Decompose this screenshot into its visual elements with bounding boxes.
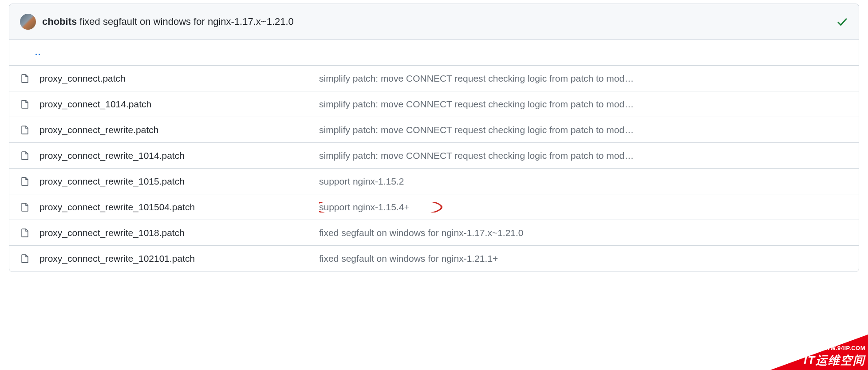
- file-commit-message[interactable]: simplify patch: move CONNECT request che…: [319, 125, 848, 135]
- commit-author[interactable]: chobits: [42, 16, 77, 27]
- file-commit-message[interactable]: simplify patch: move CONNECT request che…: [319, 99, 848, 110]
- file-row: proxy_connect_rewrite_101504.patchsuppor…: [9, 194, 859, 220]
- file-name-link[interactable]: proxy_connect_1014.patch: [39, 99, 310, 110]
- file-icon: [20, 177, 31, 186]
- file-name-link[interactable]: proxy_connect_rewrite_1015.patch: [39, 176, 310, 187]
- file-commit-message[interactable]: fixed segfault on windows for nginx-1.17…: [319, 228, 848, 238]
- file-name-link[interactable]: proxy_connect_rewrite_102101.patch: [39, 253, 310, 264]
- file-name-link[interactable]: proxy_connect_rewrite_1018.patch: [39, 228, 310, 238]
- highlight-ellipse: [319, 202, 442, 213]
- file-browser: chobits fixed segfault on windows for ng…: [9, 4, 859, 272]
- file-commit-message[interactable]: fixed segfault on windows for nginx-1.21…: [319, 253, 848, 264]
- file-icon: [20, 74, 31, 83]
- file-row: proxy_connect_1014.patchsimplify patch: …: [9, 91, 859, 117]
- file-row: proxy_connect_rewrite_102101.patchfixed …: [9, 246, 859, 272]
- file-commit-message[interactable]: simplify patch: move CONNECT request che…: [319, 150, 848, 161]
- file-icon: [20, 228, 31, 238]
- commit-header: chobits fixed segfault on windows for ng…: [9, 4, 859, 40]
- file-name-link[interactable]: proxy_connect.patch: [39, 73, 310, 84]
- file-icon: [20, 151, 31, 161]
- file-icon: [20, 254, 31, 264]
- check-icon[interactable]: [836, 16, 848, 28]
- file-row: proxy_connect_rewrite_1018.patchfixed se…: [9, 220, 859, 246]
- file-icon: [20, 202, 31, 212]
- parent-directory-row[interactable]: ..: [9, 40, 859, 66]
- file-row: proxy_connect_rewrite.patchsimplify patc…: [9, 117, 859, 143]
- commit-message[interactable]: fixed segfault on windows for nginx-1.17…: [79, 16, 293, 27]
- file-commit-message[interactable]: support nginx-1.15.2: [319, 176, 848, 187]
- file-icon: [20, 99, 31, 109]
- file-icon: [20, 125, 31, 135]
- file-row: proxy_connect_rewrite_1014.patchsimplify…: [9, 143, 859, 169]
- file-name-link[interactable]: proxy_connect_rewrite_101504.patch: [39, 202, 310, 213]
- file-commit-message[interactable]: support nginx-1.15.4+: [319, 202, 848, 213]
- file-commit-message[interactable]: simplify patch: move CONNECT request che…: [319, 73, 848, 84]
- file-name-link[interactable]: proxy_connect_rewrite.patch: [39, 125, 310, 135]
- avatar[interactable]: [20, 14, 36, 30]
- parent-directory-link[interactable]: ..: [35, 48, 41, 57]
- commit-title[interactable]: chobits fixed segfault on windows for ng…: [42, 16, 830, 28]
- file-name-link[interactable]: proxy_connect_rewrite_1014.patch: [39, 150, 310, 161]
- file-row: proxy_connect_rewrite_1015.patchsupport …: [9, 169, 859, 194]
- file-row: proxy_connect.patchsimplify patch: move …: [9, 66, 859, 91]
